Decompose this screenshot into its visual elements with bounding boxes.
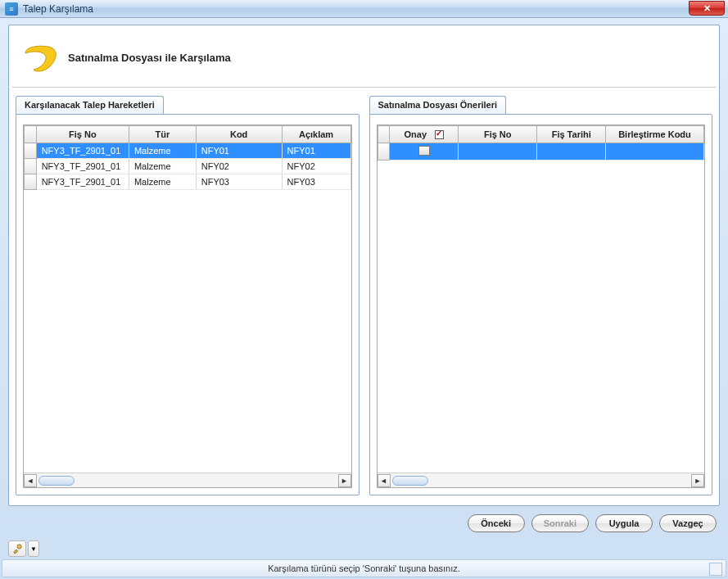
right-col-rowhead[interactable]	[378, 126, 390, 143]
right-col-onay[interactable]: Onay	[390, 126, 459, 143]
cell-tarih[interactable]	[537, 143, 606, 161]
row-indicator[interactable]	[378, 143, 390, 161]
left-col-rowhead[interactable]	[25, 126, 37, 143]
scroll-right-arrow-icon[interactable]: ►	[691, 474, 704, 487]
cancel-button[interactable]: Vazgeç	[659, 514, 717, 532]
cell-fisno[interactable]: NFY3_TF_2901_01	[36, 174, 129, 190]
cell-onay[interactable]	[390, 143, 459, 161]
left-grid[interactable]: Fiş No Tür Kod Açıklam NFY3_TF_2901_01	[23, 124, 352, 488]
cell-tur[interactable]: Malzeme	[129, 174, 196, 190]
cell-fisno[interactable]: NFY3_TF_2901_01	[36, 143, 129, 159]
right-col-tarih[interactable]: Fiş Tarihi	[537, 126, 606, 143]
wizard-header: Satınalma Dosyası ile Karşılama	[12, 29, 716, 88]
left-col-kod[interactable]: Kod	[196, 126, 282, 143]
status-text: Karşılama türünü seçip 'Sonraki' tuşuna …	[268, 563, 460, 573]
row-indicator[interactable]	[25, 174, 37, 190]
right-col-birles[interactable]: Birleştirme Kodu	[605, 126, 703, 143]
cell-birles[interactable]	[605, 143, 703, 161]
cell-tur[interactable]: Malzeme	[129, 143, 196, 159]
close-icon: ✕	[703, 3, 711, 14]
cell-fisno[interactable]: NFY3_TF_2901_01	[36, 159, 129, 174]
right-hscrollbar[interactable]: ◄ ►	[378, 473, 705, 487]
right-panel-body: Onay Fiş No Fiş Tarihi Birleştirme Kodu	[369, 114, 713, 495]
wizard-buttons: Önceki Sonraki Uygula Vazgeç	[8, 511, 720, 532]
wizard-logo-icon	[20, 42, 60, 75]
scroll-thumb[interactable]	[392, 476, 428, 486]
cell-kod[interactable]: NFY03	[196, 174, 282, 190]
wizard-title: Satınalma Dosyası ile Karşılama	[68, 52, 231, 64]
panels-row: Karşılanacak Talep Hareketleri	[9, 88, 719, 502]
cell-kod[interactable]: NFY01	[196, 143, 282, 159]
cell-fisno[interactable]	[459, 143, 537, 161]
cell-acik[interactable]: NFY03	[282, 174, 350, 190]
row-indicator[interactable]	[25, 159, 37, 174]
right-grid[interactable]: Onay Fiş No Fiş Tarihi Birleştirme Kodu	[377, 124, 706, 488]
next-button[interactable]: Sonraki	[531, 514, 589, 532]
left-panel: Karşılanacak Talep Hareketleri	[16, 96, 359, 495]
scroll-left-arrow-icon[interactable]: ◄	[24, 474, 37, 487]
apply-button[interactable]: Uygula	[595, 514, 653, 532]
svg-point-0	[17, 545, 21, 549]
table-row[interactable]: NFY3_TF_2901_01 Malzeme NFY01 NFY01	[25, 143, 351, 159]
resize-grip-icon[interactable]	[709, 563, 722, 576]
row-indicator[interactable]	[25, 143, 37, 159]
tool-row: ▼	[8, 541, 720, 557]
cell-kod[interactable]: NFY02	[196, 159, 282, 174]
settings-icon	[11, 543, 23, 554]
cell-acik[interactable]: NFY01	[282, 143, 350, 159]
settings-tool-button[interactable]	[8, 541, 26, 557]
app-icon: ≡	[5, 2, 18, 16]
prev-button[interactable]: Önceki	[468, 514, 525, 532]
onay-cell-checkbox-icon[interactable]	[418, 146, 430, 156]
left-hscrollbar[interactable]: ◄ ►	[24, 473, 351, 487]
table-row[interactable]: NFY3_TF_2901_01 Malzeme NFY03 NFY03	[25, 174, 351, 190]
settings-dropdown-button[interactable]: ▼	[28, 541, 39, 557]
titlebar: ≡ Talep Karşılama ✕	[0, 0, 728, 18]
scroll-track[interactable]	[37, 474, 338, 487]
right-col-fisno[interactable]: Fiş No	[459, 126, 537, 143]
left-col-tur[interactable]: Tür	[129, 126, 196, 143]
statusbar: Karşılama türünü seçip 'Sonraki' tuşuna …	[2, 559, 726, 577]
right-panel: Satınalma Dosyası Önerileri	[369, 96, 713, 495]
left-col-fisno[interactable]: Fiş No	[36, 126, 129, 143]
cell-tur[interactable]: Malzeme	[129, 159, 196, 174]
left-col-acik[interactable]: Açıklam	[282, 126, 350, 143]
table-row[interactable]	[378, 143, 704, 161]
cell-acik[interactable]: NFY02	[282, 159, 350, 174]
window-title: Talep Karşılama	[23, 3, 93, 15]
right-panel-tab[interactable]: Satınalma Dosyası Önerileri	[369, 96, 507, 114]
main-card: Satınalma Dosyası ile Karşılama Karşılan…	[8, 25, 720, 506]
left-panel-body: Fiş No Tür Kod Açıklam NFY3_TF_2901_01	[16, 114, 359, 495]
scroll-left-arrow-icon[interactable]: ◄	[378, 474, 391, 487]
scroll-track[interactable]	[391, 474, 692, 487]
footer: Önceki Sonraki Uygula Vazgeç ▼	[8, 511, 720, 550]
chevron-down-icon: ▼	[30, 545, 37, 553]
close-button[interactable]: ✕	[689, 1, 725, 16]
scroll-right-arrow-icon[interactable]: ►	[338, 474, 351, 487]
scroll-thumb[interactable]	[38, 476, 75, 486]
right-col-onay-label: Onay	[405, 129, 427, 139]
left-panel-tab[interactable]: Karşılanacak Talep Hareketleri	[16, 96, 164, 114]
onay-header-checkbox-icon[interactable]	[435, 130, 444, 139]
table-row[interactable]: NFY3_TF_2901_01 Malzeme NFY02 NFY02	[25, 159, 351, 174]
